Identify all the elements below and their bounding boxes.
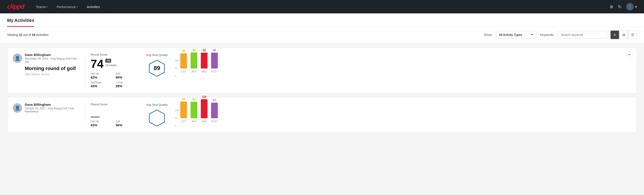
score-badge: +4: [105, 59, 111, 63]
bar-value-app: 90: [192, 48, 196, 52]
activity-type-select[interactable]: All Activity Types: [496, 31, 536, 38]
one-putt-label: 1 Putt: [116, 81, 135, 84]
gir-label: GIR: [116, 72, 135, 76]
avatar-chevron-icon: ▾: [635, 5, 637, 9]
one-putt-value: 28%: [116, 84, 135, 88]
bar-label-app: APP: [192, 70, 196, 73]
activity-title: Morning round of golf: [25, 66, 80, 72]
user-info: Dave Billingham December 05, 2021 - Gog …: [25, 53, 80, 63]
viewing-text: Viewing 12 out of 29 Activities: [7, 33, 480, 36]
hexagon: 89: [148, 59, 166, 77]
gir-stat-2: GIR 56%: [116, 120, 135, 127]
updown-value: 43%: [90, 84, 110, 88]
gir-stat: GIR 50%: [116, 72, 135, 79]
show-label: Show:: [484, 33, 492, 36]
page-title: My Activities: [7, 14, 34, 27]
filter-bar: Viewing 12 out of 29 Activities Show: Al…: [0, 27, 644, 43]
bar-group-putt: 89 PUTT: [211, 49, 218, 73]
card-left-2: 👤 Dave Billingham October 16, 2021 - Gog…: [13, 103, 80, 115]
activity-card-2: 👤 Dave Billingham October 16, 2021 - Gog…: [7, 97, 637, 133]
score-row: 74 +4 18 Holes: [90, 58, 135, 70]
bar-outer-ott-2: [180, 102, 187, 118]
bar-value-putt: 89: [213, 49, 216, 52]
refresh-icon[interactable]: ↻: [618, 4, 622, 9]
nav-icons: ⊕ ↻ 👤 ▾: [610, 3, 637, 10]
edit-button[interactable]: ✏: [626, 51, 633, 58]
round-score-label-2: Round Score: [90, 103, 135, 106]
bar-value-putt-2: 87: [213, 98, 216, 102]
avatar: 👤: [13, 54, 22, 63]
user-row-2: 👤 Dave Billingham October 16, 2021 - Gog…: [13, 103, 80, 113]
bar-group-ott-2: 94 OTT: [180, 98, 187, 123]
chart-inner: 100 50 0 85 OTT: [175, 53, 631, 78]
bar-group-arg-2: 106 ARG: [201, 95, 208, 123]
hex-score: 89: [154, 65, 160, 72]
fw-hit-stat-2: FW Hit 43%: [90, 120, 110, 127]
nav-performance[interactable]: Performance ▾: [56, 3, 79, 10]
view-list-full-button[interactable]: ☰: [628, 30, 637, 39]
card-divider2-2: [140, 103, 141, 127]
card-divider: [85, 53, 85, 88]
view-toggle: ≡ ⊞ ☰: [610, 30, 637, 39]
round-score-label: Round Score: [90, 53, 135, 56]
page-header: My Activities: [0, 14, 644, 27]
bar-outer-putt: [211, 53, 218, 68]
user-row: 👤 Dave Billingham December 05, 2021 - Go…: [13, 53, 80, 63]
holes-text: 18 Holes: [105, 64, 117, 67]
view-grid-button[interactable]: ⊞: [620, 30, 628, 39]
bar-label-putt: PUTT: [211, 70, 218, 73]
user-date-2: October 16, 2021 - Gog Magog Golf Club -…: [25, 107, 80, 113]
hex-container-2: [148, 109, 166, 127]
nav-activities[interactable]: Activities: [86, 3, 101, 10]
bar-outer-ott: [180, 53, 187, 68]
add-icon[interactable]: ⊕: [610, 4, 614, 9]
score-info: +4 18 Holes: [105, 59, 117, 70]
bar-outer-arg-2: [201, 99, 208, 118]
bar-label-arg-2: ARG: [202, 120, 207, 123]
gir-value-2: 56%: [116, 123, 135, 127]
bar-outer-arg: [201, 53, 208, 68]
big-score: 74: [90, 58, 104, 70]
data-source: Data Source: Arccos: [25, 73, 80, 76]
nav-teams[interactable]: Teams ▾: [35, 3, 48, 10]
user-avatar-icon-2: 👤: [15, 105, 20, 111]
keyword-input[interactable]: [558, 31, 607, 38]
gir-value: 50%: [116, 76, 135, 79]
card-stats-2: Round Score FW Hit 43% GIR 56%: [90, 103, 135, 127]
bar-value-arg: 89: [203, 49, 206, 52]
small-stats-2: FW Hit 43% GIR 56%: [90, 120, 135, 127]
hexagon-2: [148, 109, 166, 127]
main-content: ✏ 👤 Dave Billingham December 05, 2021 - …: [0, 44, 644, 144]
card-divider2: [140, 53, 141, 88]
fw-hit-stat: FW Hit 62%: [90, 72, 110, 79]
bar-group-ott: 85 OTT: [180, 49, 187, 73]
bar-value-ott-2: 94: [182, 98, 185, 100]
updown-label: Up/Down: [90, 81, 110, 84]
bar-outer-putt-2: [211, 103, 218, 118]
bar-outer-app-2: [190, 102, 197, 118]
avatar-button[interactable]: 👤 ▾: [626, 3, 637, 10]
bar-label-app-2: APP: [192, 120, 196, 123]
bar-label-putt-2: PUTT: [211, 120, 218, 123]
performance-chevron-icon: ▾: [77, 6, 78, 8]
bars-container: 85 OTT 90 APP: [180, 53, 218, 78]
bar-group-putt-2: 87 PUTT: [211, 98, 218, 123]
logo[interactable]: clippd: [7, 3, 24, 10]
keywords-label: Keywords:: [540, 33, 554, 36]
card-left: 👤 Dave Billingham December 05, 2021 - Go…: [13, 53, 80, 76]
viewing-total: 29: [32, 33, 36, 36]
fw-hit-label: FW Hit: [90, 72, 110, 76]
bar-group-arg: 89 ARG: [201, 49, 208, 73]
score-row-2: [90, 108, 135, 117]
avg-shot-quality-label: Avg Shot Quality: [146, 53, 168, 57]
avatar: 👤: [626, 3, 634, 10]
user-name: Dave Billingham: [25, 53, 80, 57]
card-quality-2: Avg Shot Quality 100 50 0: [146, 103, 631, 127]
bar-group-app: 90 APP: [190, 48, 197, 73]
view-list-compact-button[interactable]: ≡: [610, 30, 619, 39]
chart-inner-2: 100 50 0 94 OTT 93: [175, 103, 631, 127]
gir-label-2: GIR: [116, 120, 135, 123]
user-name-2: Dave Billingham: [25, 103, 80, 106]
y-axis: 100 50 0: [175, 60, 179, 78]
user-date: December 05, 2021 - Gog Magog Golf Club …: [25, 57, 80, 63]
